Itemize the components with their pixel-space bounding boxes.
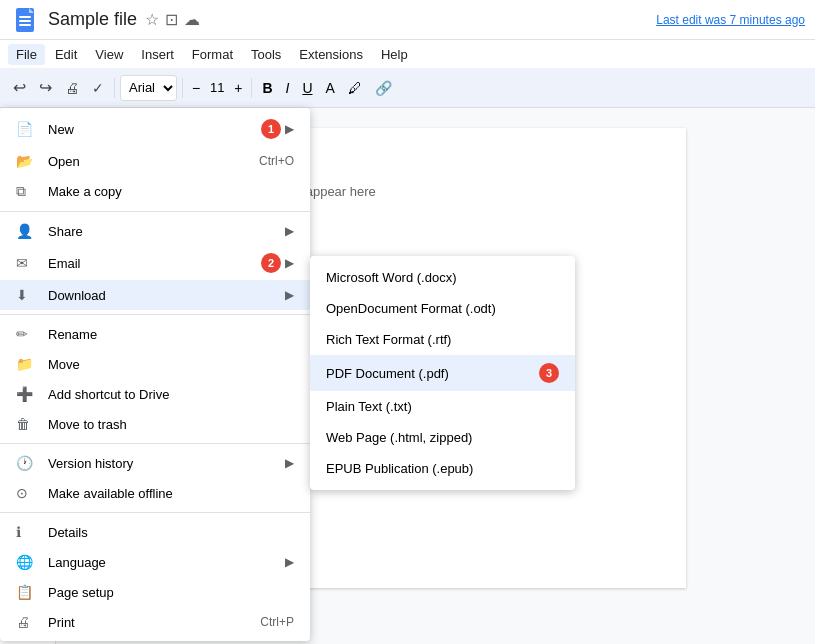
print-toolbar-button[interactable]: 🖨 <box>60 77 84 99</box>
share-label: Share <box>48 224 285 239</box>
font-color-button[interactable]: A <box>321 77 340 99</box>
menu-format[interactable]: Format <box>184 44 241 65</box>
email-label: Email <box>48 256 261 271</box>
menu-item-open[interactable]: 📂 Open Ctrl+O <box>0 146 310 176</box>
odt-label: OpenDocument Format (.odt) <box>326 301 496 316</box>
toolbar-divider-2 <box>182 78 183 98</box>
download-option-rtf[interactable]: Rich Text Format (.rtf) <box>310 324 575 355</box>
menu-file[interactable]: File <box>8 44 45 65</box>
download-option-docx[interactable]: Microsoft Word (.docx) <box>310 262 575 293</box>
menu-item-move-to-trash[interactable]: 🗑 Move to trash <box>0 409 310 439</box>
new-icon: 📄 <box>16 121 36 137</box>
link-button[interactable]: 🔗 <box>370 77 397 99</box>
menu-item-new[interactable]: 📄 New 1 ▶ <box>0 112 310 146</box>
details-icon: ℹ <box>16 524 36 540</box>
menu-item-details[interactable]: ℹ Details <box>0 517 310 547</box>
page-setup-label: Page setup <box>48 585 294 600</box>
print-label: Print <box>48 615 260 630</box>
menu-item-move[interactable]: 📁 Move <box>0 349 310 379</box>
download-option-epub[interactable]: EPUB Publication (.epub) <box>310 453 575 484</box>
email-badge: 2 <box>261 253 281 273</box>
language-label: Language <box>48 555 285 570</box>
menu-item-share[interactable]: 👤 Share ▶ <box>0 216 310 246</box>
download-option-pdf[interactable]: PDF Document (.pdf) 3 <box>310 355 575 391</box>
font-size-increase[interactable]: + <box>230 78 246 98</box>
html-label: Web Page (.html, zipped) <box>326 430 472 445</box>
print-icon: 🖨 <box>16 614 36 630</box>
open-icon: 📂 <box>16 153 36 169</box>
move-icon: 📁 <box>16 356 36 372</box>
version-history-label: Version history <box>48 456 285 471</box>
download-icon: ⬇ <box>16 287 36 303</box>
menu-item-page-setup[interactable]: 📋 Page setup <box>0 577 310 607</box>
font-size-decrease[interactable]: − <box>188 78 204 98</box>
move-label: Move <box>48 357 294 372</box>
menu-item-rename[interactable]: ✏ Rename <box>0 319 310 349</box>
new-badge: 1 <box>261 119 281 139</box>
menu-insert[interactable]: Insert <box>133 44 182 65</box>
menu-edit[interactable]: Edit <box>47 44 85 65</box>
spell-check-button[interactable]: ✓ <box>87 77 109 99</box>
menu-item-offline[interactable]: ⊙ Make available offline <box>0 478 310 508</box>
bold-button[interactable]: B <box>257 77 277 99</box>
menu-section-3: ✏ Rename 📁 Move ➕ Add shortcut to Drive … <box>0 315 310 444</box>
menu-item-download[interactable]: ⬇ Download ▶ <box>0 280 310 310</box>
italic-button[interactable]: I <box>281 77 295 99</box>
copy-icon: ⧉ <box>16 183 36 200</box>
star-icon[interactable]: ☆ <box>145 10 159 29</box>
txt-label: Plain Text (.txt) <box>326 399 412 414</box>
share-arrow: ▶ <box>285 224 294 238</box>
download-option-odt[interactable]: OpenDocument Format (.odt) <box>310 293 575 324</box>
menu-section-5: ℹ Details 🌐 Language ▶ 📋 Page setup 🖨 Pr… <box>0 513 310 641</box>
details-label: Details <box>48 525 294 540</box>
last-edit-text[interactable]: Last edit was 7 minutes ago <box>656 13 805 27</box>
email-arrow: ▶ <box>285 256 294 270</box>
menu-extensions[interactable]: Extensions <box>291 44 371 65</box>
new-label: New <box>48 122 261 137</box>
menu-tools[interactable]: Tools <box>243 44 289 65</box>
menu-section-4: 🕐 Version history ▶ ⊙ Make available off… <box>0 444 310 513</box>
toolbar-divider-3 <box>251 78 252 98</box>
redo-button[interactable]: ↪ <box>34 75 57 100</box>
menu-item-language[interactable]: 🌐 Language ▶ <box>0 547 310 577</box>
top-bar: Sample file ☆ ⊡ ☁ Last edit was 7 minute… <box>0 0 815 40</box>
app-icon <box>10 2 40 38</box>
undo-button[interactable]: ↩ <box>8 75 31 100</box>
cloud-icon[interactable]: ☁ <box>184 10 200 29</box>
folder-icon[interactable]: ⊡ <box>165 10 178 29</box>
language-arrow: ▶ <box>285 555 294 569</box>
open-label: Open <box>48 154 259 169</box>
menu-item-print[interactable]: 🖨 Print Ctrl+P <box>0 607 310 637</box>
open-shortcut: Ctrl+O <box>259 154 294 168</box>
menu-item-add-shortcut[interactable]: ➕ Add shortcut to Drive <box>0 379 310 409</box>
rename-icon: ✏ <box>16 326 36 342</box>
download-option-html[interactable]: Web Page (.html, zipped) <box>310 422 575 453</box>
toolbar-divider-1 <box>114 78 115 98</box>
highlight-button[interactable]: 🖊 <box>343 77 367 99</box>
font-select[interactable]: Arial <box>120 75 177 101</box>
rtf-label: Rich Text Format (.rtf) <box>326 332 451 347</box>
main-content: ← OUTLINE OUTLINE Headings will appear h… <box>0 108 815 644</box>
pdf-badge: 3 <box>539 363 559 383</box>
menu-section-2: 👤 Share ▶ ✉ Email 2 ▶ ⬇ Download ▶ <box>0 212 310 315</box>
version-arrow: ▶ <box>285 456 294 470</box>
svg-rect-3 <box>19 24 31 26</box>
download-option-txt[interactable]: Plain Text (.txt) <box>310 391 575 422</box>
rename-label: Rename <box>48 327 294 342</box>
menu-item-version-history[interactable]: 🕐 Version history ▶ <box>0 448 310 478</box>
svg-rect-2 <box>19 20 31 22</box>
doc-title: Sample file <box>48 9 137 30</box>
download-submenu: Microsoft Word (.docx) OpenDocument Form… <box>310 256 575 490</box>
svg-rect-4 <box>19 16 31 18</box>
move-to-trash-label: Move to trash <box>48 417 294 432</box>
underline-button[interactable]: U <box>297 77 317 99</box>
trash-icon: 🗑 <box>16 416 36 432</box>
download-arrow: ▶ <box>285 288 294 302</box>
make-copy-label: Make a copy <box>48 184 294 199</box>
add-shortcut-label: Add shortcut to Drive <box>48 387 294 402</box>
menu-item-email[interactable]: ✉ Email 2 ▶ <box>0 246 310 280</box>
menu-item-make-copy[interactable]: ⧉ Make a copy <box>0 176 310 207</box>
menu-help[interactable]: Help <box>373 44 416 65</box>
menu-view[interactable]: View <box>87 44 131 65</box>
offline-icon: ⊙ <box>16 485 36 501</box>
